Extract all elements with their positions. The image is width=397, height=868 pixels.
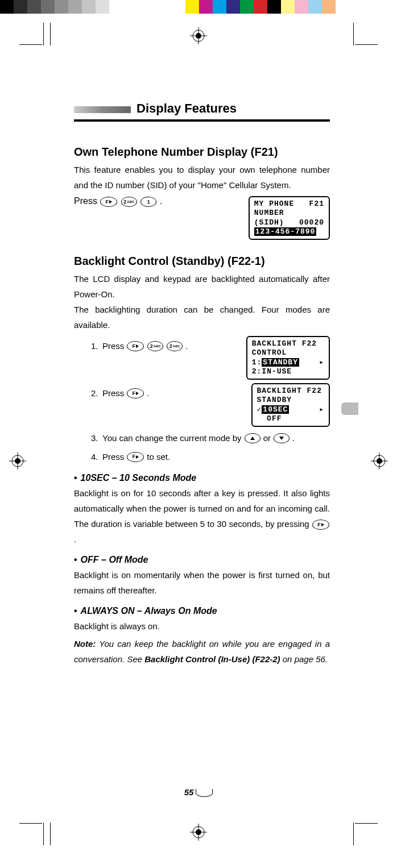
note: Note: You can keep the backlight on whil…: [74, 636, 330, 667]
key-down-icon: [274, 433, 290, 443]
page-number: 55: [184, 787, 194, 797]
step-num: 1.: [91, 338, 100, 355]
crop-mark: [353, 23, 354, 45]
key-f-icon: F: [100, 197, 117, 207]
period: .: [185, 338, 188, 355]
page-number-wrap: 55: [20, 787, 377, 798]
period: .: [160, 196, 162, 206]
header-rule: [74, 119, 330, 121]
period: .: [147, 385, 149, 402]
step-num: 4.: [91, 449, 100, 466]
crop-mark: [43, 823, 44, 845]
crop-mark: [355, 823, 378, 824]
page-frame: Display Features Own Telephone Number Di…: [20, 34, 377, 834]
step-text: Press: [102, 338, 124, 355]
mode-body: Backlight is always on.: [74, 618, 330, 634]
step-text: or: [263, 430, 271, 447]
press-label: Press: [74, 196, 97, 206]
step-row: 4. Press F to set.: [91, 449, 330, 466]
crop-mark: [355, 44, 378, 45]
section-title-backlight: Backlight Control (Standby) (F22-1): [74, 255, 330, 268]
step-text: Press: [102, 385, 124, 402]
key-f-icon: F: [127, 388, 144, 398]
note-label: Note:: [74, 639, 96, 649]
key-f-icon: F: [127, 341, 144, 351]
key-2abc-icon: 2ABC: [121, 197, 137, 207]
crop-mark: [353, 823, 354, 845]
lcd-backlight-standby: BACKLIGHT F22 STANDBY ✓10SEC ▸ OFF: [251, 383, 330, 427]
page-header: Display Features: [74, 101, 330, 128]
mode-body: Backlight is on momentarily when the pow…: [74, 567, 330, 598]
lcd-backlight-menu: BACKLIGHT F22 CONTROL 1:STANDBY ▸ 2:IN-U…: [246, 336, 330, 380]
section-body: The backlighting duration can be changed…: [74, 302, 330, 333]
step-text: You can change the current mode by: [102, 430, 242, 447]
registration-mark-icon: [9, 452, 26, 470]
print-color-bar: [0, 0, 397, 14]
section-body: This feature enables you to display your…: [74, 162, 330, 193]
registration-mark-icon: [190, 824, 207, 841]
page-title: Display Features: [137, 101, 237, 116]
step-row: 1. Press F 2ABC 2ABC . BACKLIGHT F22 CON…: [91, 336, 330, 380]
lcd-own-number: MY PHONE F21 NUMBER (SIDH) 00020 123-456…: [249, 196, 330, 240]
period: .: [292, 430, 295, 447]
content-area: Display Features Own Telephone Number Di…: [74, 101, 330, 667]
step-list: 1. Press F 2ABC 2ABC . BACKLIGHT F22 CON…: [91, 336, 330, 465]
section-title-own-number: Own Telephone Number Display (F21): [74, 146, 330, 159]
crop-mark: [50, 823, 51, 845]
press-row: Press F 2ABC 1 . MY PHONE F21 NUMBER (SI…: [74, 196, 330, 240]
step-num: 3.: [91, 430, 100, 447]
mode-heading-off: •OFF – Off Mode: [74, 555, 330, 565]
step-num: 2.: [91, 385, 100, 402]
mode-body: Backlight is on for 10 seconds after a k…: [74, 485, 330, 547]
registration-mark-icon: [190, 27, 207, 44]
step-row: 3. You can change the current mode by or…: [91, 430, 330, 447]
key-f-icon: F: [312, 520, 329, 530]
header-gradient-bar: [74, 106, 131, 113]
mode-heading-always-on: •ALWAYS ON – Always On Mode: [74, 606, 330, 616]
mode-heading-10sec: •10SEC – 10 Seconds Mode: [74, 473, 330, 483]
key-1-icon: 1: [140, 197, 156, 207]
key-f-icon: F: [127, 452, 144, 462]
step-text: Press: [102, 449, 124, 466]
crop-mark: [50, 23, 51, 45]
crop-mark: [43, 23, 44, 45]
key-up-icon: [245, 433, 260, 443]
section-body: The LCD display and keypad are backlight…: [74, 271, 330, 302]
page-number-ornament: [196, 789, 213, 797]
thumb-tab: [341, 402, 358, 415]
crop-mark: [19, 44, 42, 45]
key-2abc-icon: 2ABC: [167, 341, 183, 351]
crop-mark: [19, 823, 42, 824]
key-2abc-icon: 2ABC: [147, 341, 163, 351]
step-text: to set.: [147, 449, 170, 466]
registration-mark-icon: [371, 452, 388, 470]
step-row: 2. Press F . BACKLIGHT F22 STANDBY ✓10SE…: [91, 383, 330, 427]
